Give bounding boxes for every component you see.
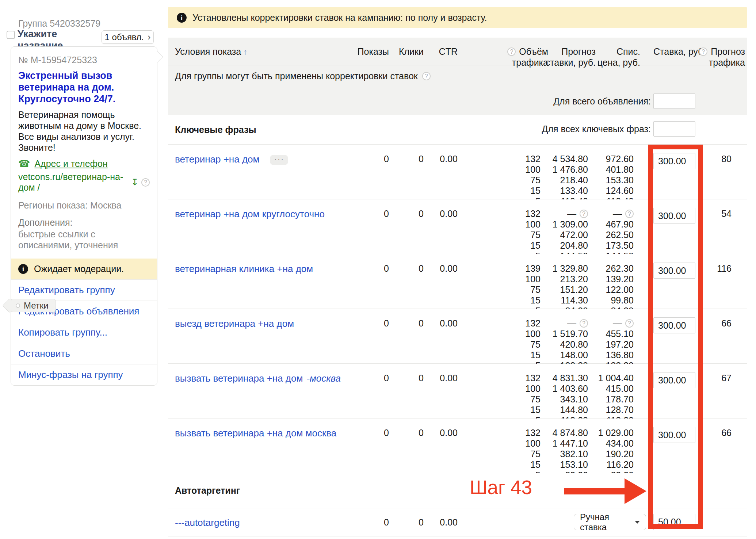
shows-value: 0	[384, 517, 389, 528]
keyword-row: выезд ветеринара +на дом000.001321007515…	[168, 309, 747, 364]
phone-icon: ☎	[18, 158, 30, 169]
display-url[interactable]: vetcons.ru/ветеринар-на-дом /	[18, 172, 128, 193]
writeoff-price-values: —?467.90262.50173.50144.50	[606, 209, 634, 261]
shows-value: 0	[384, 428, 389, 438]
ad-description: Ветеринарная помощь животным на дому в М…	[18, 109, 150, 153]
keyword-phrase-link[interactable]: вызвать ветеринара +на дом москва	[175, 428, 336, 439]
chevron-right-icon: ›	[148, 31, 151, 43]
tag-hole-icon	[16, 303, 20, 308]
whole-ad-bid-row: Для всего объявления:	[168, 87, 747, 115]
keyword-phrase-link[interactable]: ветеринар +на дом···	[175, 154, 288, 165]
help-icon[interactable]: ?	[625, 210, 634, 218]
moderation-status: Ожидает модерации.	[34, 264, 124, 274]
bid-forecast-values: —?1 309.00472.00204.80144.50	[553, 209, 588, 261]
keyword-phrase-link[interactable]: ветеринар +на дом круглосуточно	[175, 209, 325, 220]
all-phrases-label: Для всех ключевых фраз:	[542, 124, 651, 134]
moderation-banner: i Ожидает модерации.	[11, 259, 157, 279]
help-icon[interactable]: ?	[507, 47, 516, 56]
all-phrases-bid-input[interactable]	[653, 121, 695, 137]
ad-title-link[interactable]: Экстренный вызов ветеринара на дом. Круг…	[18, 70, 150, 105]
keyword-phrase-link[interactable]: выезд ветеринара +на дом	[175, 318, 294, 329]
bid-input[interactable]	[653, 263, 695, 279]
ads-count-button[interactable]: 1 объявл. ›	[102, 30, 154, 44]
info-icon: i	[177, 13, 187, 23]
group-action-link[interactable]: Редактировать группу	[11, 279, 157, 301]
keyword-rows: ветеринар +на дом···000.00132100751554 5…	[168, 145, 747, 473]
clicks-value: 0	[419, 263, 424, 274]
column-clicks: Клики	[399, 46, 424, 57]
column-bid: Ставка, руб.	[653, 46, 706, 57]
help-icon[interactable]: ?	[699, 47, 707, 56]
bid-forecast-values: —?1 519.70420.80148.00132.20	[553, 318, 588, 371]
column-shows: Показы	[358, 46, 389, 57]
bid-mode-dropdown[interactable]: Ручная ставка	[574, 514, 646, 530]
shows-value: 0	[384, 154, 389, 164]
step-arrow-icon	[564, 488, 626, 494]
bid-mode-value: Ручная ставка	[580, 512, 635, 532]
whole-ad-bid-input[interactable]	[653, 93, 695, 109]
additions-label: Дополнения:	[18, 217, 150, 228]
column-conditions[interactable]: Условия показа↑	[175, 46, 248, 57]
help-icon[interactable]: ?	[422, 72, 431, 80]
column-traffic-forecast: ?Прогноз трафика	[699, 46, 745, 68]
shows-value: 0	[384, 318, 389, 329]
labels-tag-button[interactable]: Метки	[11, 299, 56, 312]
ctr-value: 0.00	[440, 154, 458, 164]
bid-forecast-values: 4 831.301 403.60343.10144.80113.20	[553, 373, 588, 426]
clicks-value: 0	[419, 373, 424, 383]
ctr-value: 0.00	[440, 263, 458, 274]
sort-asc-icon: ↑	[243, 47, 248, 57]
help-icon[interactable]: ?	[625, 319, 634, 328]
phrase-menu-button[interactable]: ···	[270, 155, 288, 165]
ctr-value: 0.00	[440, 517, 458, 528]
traffic-forecast-value: 67	[721, 373, 732, 383]
shows-value: 0	[384, 209, 389, 219]
column-writeoff-price: Спис. цена, руб.	[597, 46, 640, 68]
ctr-value: 0.00	[440, 209, 458, 219]
bid-forecast-values: 4 534.801 476.80218.40133.40119.40	[553, 154, 588, 207]
writeoff-price-values: —?455.10197.20136.80132.20	[606, 318, 634, 371]
clicks-value: 0	[419, 517, 424, 528]
bid-input[interactable]	[653, 427, 695, 443]
campaign-corrections-banner: i Установлены корректировки ставок на ка…	[168, 7, 747, 28]
main-content: i Установлены корректировки ставок на ка…	[168, 7, 747, 536]
help-icon[interactable]: ?	[580, 319, 588, 328]
bid-input[interactable]	[653, 153, 695, 169]
shows-value: 0	[384, 373, 389, 383]
group-action-link[interactable]: Остановить	[11, 343, 157, 364]
info-icon: i	[18, 264, 28, 274]
address-phone-link[interactable]: Адрес и телефон	[34, 158, 107, 169]
autotargeting-row: ---autotargeting 0 0 0.00 Ручная ставка	[168, 508, 747, 536]
traffic-volume-values: 13910075155	[525, 263, 541, 316]
help-icon[interactable]: ?	[580, 210, 588, 218]
traffic-forecast-value: 66	[721, 318, 732, 329]
bid-input[interactable]	[653, 317, 695, 333]
keyword-row: ветеринар +на дом круглосуточно000.00132…	[168, 199, 747, 254]
clicks-value: 0	[419, 318, 424, 329]
group-action-link[interactable]: Минус-фразы на группу	[11, 364, 157, 385]
traffic-forecast-value: 80	[721, 154, 732, 164]
group-action-link[interactable]: Копировать группу...	[11, 322, 157, 343]
ctr-value: 0.00	[440, 428, 458, 438]
keyword-phrase-link[interactable]: ветеринарная клиника +на дом	[175, 263, 313, 275]
keyword-phrase-link[interactable]: вызвать ветеринара +на дом-москва	[175, 373, 341, 384]
bid-input[interactable]	[653, 208, 695, 224]
keyword-row: ветеринарная клиника +на дом000.00139100…	[168, 254, 747, 309]
traffic-forecast-value: 116	[717, 263, 732, 274]
bid-input[interactable]	[653, 372, 695, 388]
column-traffic-volume: ?Объём трафика	[507, 46, 548, 68]
additions-value: быстрые ссылки с описаниями, уточнения	[18, 229, 150, 259]
writeoff-price-values: 1 004.40415.00178.70128.70113.20	[598, 373, 634, 426]
group-checkbox[interactable]	[7, 31, 15, 39]
writeoff-price-values: 1 029.00434.00190.20116.2083.20	[598, 428, 634, 481]
corrections-note: Для группы могут быть применены корректи…	[175, 71, 418, 81]
help-icon[interactable]: ?	[141, 178, 150, 187]
shows-value: 0	[384, 263, 389, 274]
column-bid-forecast: Прогноз ставки, руб.	[546, 46, 596, 68]
bid-forecast-values: 4 874.801 447.10382.10153.1083.20	[553, 428, 588, 481]
group-actions: Редактировать группуРедактировать объявл…	[11, 279, 157, 385]
autotargeting-phrase-link[interactable]: ---autotargeting	[175, 517, 240, 528]
ctr-value: 0.00	[440, 373, 458, 383]
page: Группа 5420332579 Укажите название групп…	[0, 0, 756, 539]
autotargeting-bid-input[interactable]	[653, 514, 695, 530]
